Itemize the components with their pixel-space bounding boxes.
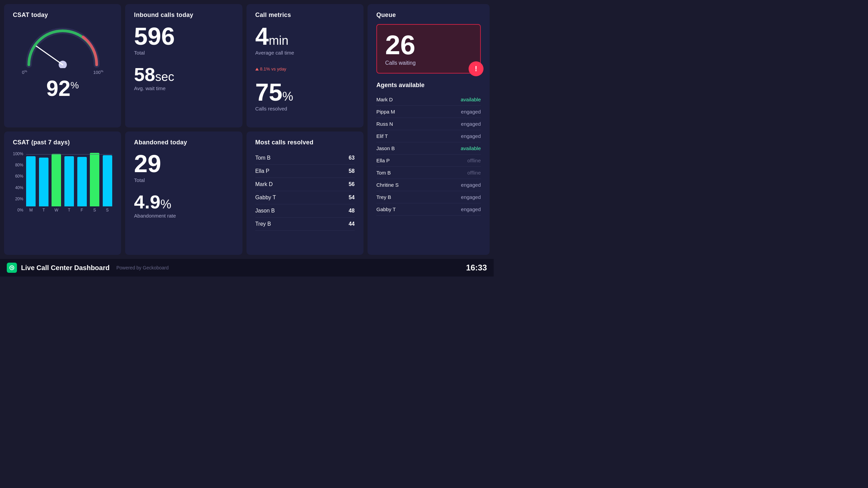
inbound-total-number: 596 [134,24,233,48]
bar [26,156,36,206]
abandoned-total-label: Total [134,177,233,183]
resolved-agent-count: 48 [349,208,355,214]
target-line [26,154,113,155]
chart-wrapper: 100%80%60%40%20%0% MTWTFSS [13,151,112,219]
agent-row: Jason B available [376,142,481,155]
agent-row: Pippa M engaged [376,106,481,118]
bar-group: T [39,151,49,212]
y-axis-label: 60% [13,174,23,179]
resolved-item: Trey B 44 [255,218,355,231]
alert-icon: ! [469,61,484,76]
gauge-svg [22,24,103,68]
agent-status: available [461,145,481,151]
agent-status: engaged [461,133,481,139]
resolved-agent-name: Jason B [255,208,275,214]
trend-label: vs yday [271,66,286,72]
agent-row: Chritine S engaged [376,179,481,191]
resolved-agent-count: 56 [349,181,355,187]
agent-row: Mark D available [376,94,481,106]
agent-row: Gabby T engaged [376,203,481,216]
y-axis-label: 40% [13,185,23,190]
geckoboard-logo [7,263,17,273]
agent-row: Elif T engaged [376,130,481,142]
y-axis-label: 20% [13,197,23,201]
resolved-agent-count: 54 [349,195,355,201]
most-resolved-title: Most calls resolved [255,139,355,146]
agent-status: engaged [461,121,481,127]
inbound-calls-card: Inbound calls today 596 Total 58sec Avg.… [125,4,242,127]
agent-status: engaged [461,109,481,115]
bar-group: F [77,151,87,212]
csat-7days-card: CSAT (past 7 days) 100%80%60%40%20%0% MT… [4,131,121,255]
agent-name: Jason B [376,145,395,151]
csat-today-card: CSAT today 0% 100% 92 [4,4,121,127]
inbound-calls-title: Inbound calls today [134,12,233,19]
resolved-list: Tom B 63 Ella P 58 Mark D 56 Gabby T 54 … [255,151,355,231]
calls-waiting-label: Calls waiting [385,60,472,66]
trend-badge: 8.1% vs yday [255,66,287,72]
resolved-agent-count: 58 [349,168,355,174]
bar-day-label: T [68,208,70,212]
agent-row: Ella P offline [376,155,481,167]
gauge-container [22,24,103,68]
calls-resolved-block: 75% Calls resolved [255,80,355,111]
abandoned-card: Abandoned today 29 Total 4.9% Abandonmen… [125,131,242,255]
y-axis: 100%80%60%40%20%0% [13,151,23,219]
bar [103,155,112,206]
footer-title: Live Call Center Dashboard [21,264,110,272]
bar-group: T [64,151,74,212]
agent-status: offline [467,158,481,163]
resolved-item: Ella P 58 [255,165,355,178]
footer-left: Live Call Center Dashboard Powered by Ge… [7,263,169,273]
bars-container: MTWTFSS [26,151,113,212]
agent-name: Gabby T [376,206,396,212]
agents-section-title: Agents available [376,82,481,89]
most-resolved-card: Most calls resolved Tom B 63 Ella P 58 M… [246,131,363,255]
calls-resolved-label: Calls resolved [255,106,355,111]
abandonment-rate-label: Abandonment rate [134,213,233,219]
resolved-agent-name: Trey B [255,221,271,227]
agent-row: Russ N engaged [376,118,481,130]
calls-resolved-value: 75% [255,80,355,104]
csat-7days-title: CSAT (past 7 days) [13,139,112,146]
resolved-agent-count: 63 [349,155,355,161]
inbound-wait-time: 58sec [134,65,233,84]
resolved-agent-name: Tom B [255,155,271,161]
queue-alert: 26 Calls waiting ! [376,24,481,74]
resolved-agent-name: Gabby T [255,195,276,201]
resolved-item: Jason B 48 [255,204,355,218]
footer-time: 16:33 [466,263,487,272]
gauge-labels: 0% 100% [22,69,103,75]
agent-name: Elif T [376,133,388,139]
bar-day-label: M [29,208,33,212]
csat-value: 92% [46,78,79,99]
agent-name: Trey B [376,194,391,200]
agent-name: Chritine S [376,182,399,188]
bar [64,156,74,206]
call-metrics-title: Call metrics [255,12,355,19]
y-axis-label: 100% [13,151,23,156]
y-axis-label: 0% [13,208,23,212]
agent-row: Tom B offline [376,167,481,179]
trend-arrow-icon [255,68,259,70]
inbound-wait-label: Avg. wait time [134,85,233,91]
resolved-item: Tom B 63 [255,151,355,165]
bar [39,158,48,206]
bar [90,153,99,206]
agent-name: Pippa M [376,109,395,115]
agent-status: engaged [461,206,481,212]
bars-area: MTWTFSS [26,151,113,219]
footer-powered-by: Powered by Geckoboard [116,265,169,270]
queue-title: Queue [376,12,481,19]
bar-group: S [102,151,113,212]
agent-status: available [461,97,481,102]
resolved-agent-count: 44 [349,221,355,227]
resolved-item: Mark D 56 [255,178,355,191]
agent-name: Russ N [376,121,393,127]
queue-card: Queue 26 Calls waiting ! Agents availabl… [368,4,490,255]
agent-status: offline [467,170,481,176]
svg-line-1 [36,46,63,65]
bar-day-label: S [93,208,96,212]
agent-name: Mark D [376,97,393,102]
resolved-agent-name: Ella P [255,168,270,174]
